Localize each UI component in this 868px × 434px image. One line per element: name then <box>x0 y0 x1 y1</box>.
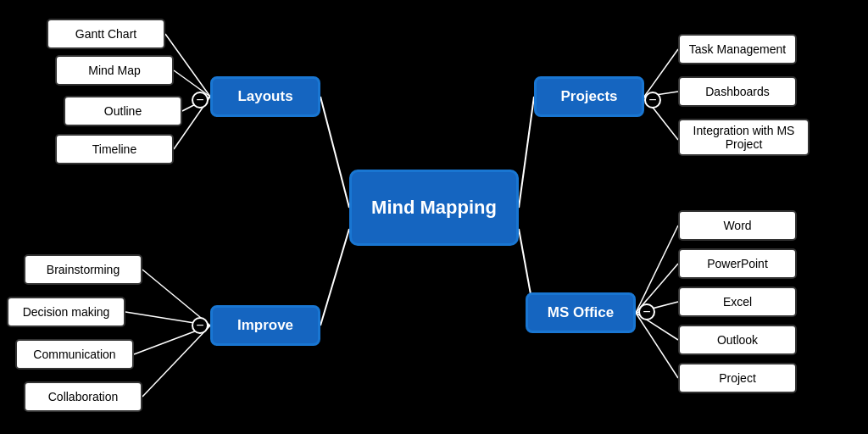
svg-line-8 <box>644 49 678 97</box>
improve-label: Improve <box>237 317 293 334</box>
minus-projects[interactable]: − <box>644 92 661 108</box>
decision-making-node: Decision making <box>7 297 125 327</box>
timeline-node: Timeline <box>55 134 174 164</box>
svg-line-14 <box>142 326 210 397</box>
center-node: Mind Mapping <box>349 170 519 246</box>
powerpoint-node: PowerPoint <box>678 248 797 279</box>
gantt-chart-node: Gantt Chart <box>47 19 165 49</box>
svg-line-15 <box>636 225 678 313</box>
project-node: Project <box>678 363 797 393</box>
brainstorming-node: Brainstorming <box>24 254 142 285</box>
communication-node: Communication <box>15 339 134 370</box>
integration-node: Integration with MS Project <box>678 119 810 156</box>
minus-improve[interactable]: − <box>192 317 209 334</box>
excel-node: Excel <box>678 287 797 317</box>
layouts-label: Layouts <box>237 88 292 105</box>
layouts-node[interactable]: Layouts <box>210 76 320 117</box>
svg-line-19 <box>636 313 678 378</box>
svg-line-1 <box>519 97 534 208</box>
outline-node: Outline <box>64 96 182 126</box>
collaboration-node: Collaboration <box>24 381 142 412</box>
minus-msoffice[interactable]: − <box>638 303 655 320</box>
task-management-node: Task Management <box>678 34 797 64</box>
minus-layouts[interactable]: − <box>192 92 209 108</box>
svg-line-0 <box>320 97 349 208</box>
dashboards-node: Dashboards <box>678 76 797 107</box>
mind-map-node: Mind Map <box>55 55 174 86</box>
improve-node[interactable]: Improve <box>210 305 320 346</box>
msoffice-label: MS Office <box>548 304 614 321</box>
outlook-node: Outlook <box>678 325 797 355</box>
word-node: Word <box>678 210 797 241</box>
projects-label: Projects <box>560 88 617 105</box>
projects-node[interactable]: Projects <box>534 76 644 117</box>
center-label: Mind Mapping <box>371 197 497 219</box>
msoffice-node[interactable]: MS Office <box>526 292 636 333</box>
svg-line-2 <box>320 229 349 326</box>
